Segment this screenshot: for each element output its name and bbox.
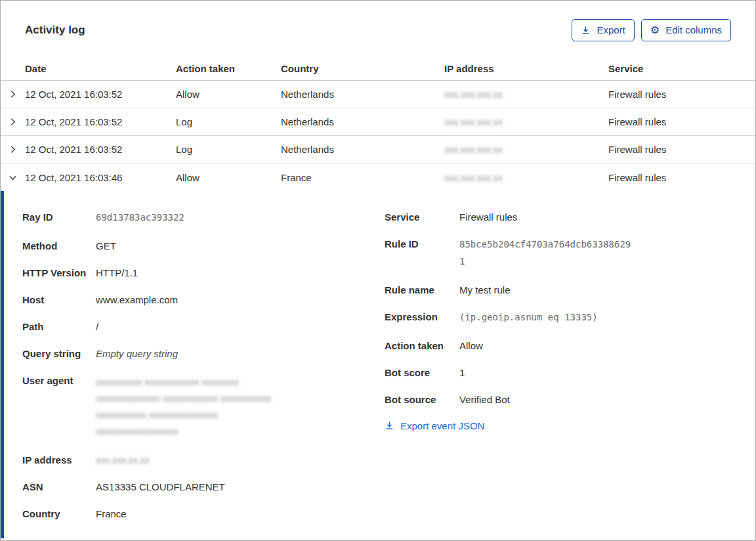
gear-icon: ⚙ [650,25,660,35]
detail-field-bot-source: Bot source Verified Bot [385,393,731,406]
field-label: Bot score [385,366,459,379]
export-event-json-link[interactable]: Export event JSON [385,420,484,431]
field-value: www.example.com [96,293,178,307]
download-icon [581,26,591,35]
expand-row-button[interactable] [7,143,19,156]
field-label: Query string [22,347,96,360]
field-label: Ray ID [22,211,96,226]
detail-field-path: Path / [22,320,366,334]
field-label: Host [22,293,96,307]
detail-field-action-taken: Action taken Allow [385,339,731,353]
field-value-redacted: xxx.xxx.xx.xx [96,454,150,467]
table-row[interactable]: 12 Oct, 2021 16:03:52 Log Netherlands xx… [1,108,755,136]
field-value-redacted: xxxxxxxxxx xxxxxxxxxxxx xxxxxxxx xxxxxxx… [96,374,271,440]
cell-date: 12 Oct, 2021 16:03:52 [25,116,176,127]
table-header: Date Action taken Country IP address Ser… [1,57,755,81]
cell-action-taken: Log [176,116,281,127]
page-title: Activity log [25,24,85,37]
detail-field-bot-score: Bot score 1 [385,366,731,379]
column-header-country: Country [281,63,444,74]
field-label: Method [22,240,96,253]
field-label: Action taken [385,339,459,353]
topbar: Activity log Export ⚙ Edit columns [1,1,755,57]
detail-field-rule-name: Rule name My test rule [385,284,731,297]
field-label: HTTP Version [22,267,96,280]
field-value: 1 [459,366,465,379]
cell-country: Netherlands [281,89,444,100]
field-value: GET [96,240,116,253]
cell-country: Netherlands [281,144,444,155]
field-value: Allow [459,339,483,353]
cell-ip-redacted: xxx.xxx.xxx.xx [444,172,608,183]
edit-columns-button[interactable]: ⚙ Edit columns [641,19,731,41]
download-icon [385,421,394,431]
chevron-right-icon [8,89,18,99]
cell-date: 12 Oct, 2021 16:03:46 [25,172,176,183]
detail-left-column: Ray ID 69d13783ac393322 Method GET HTTP … [22,211,366,534]
table-row[interactable]: 12 Oct, 2021 16:03:52 Log Netherlands xx… [1,136,755,163]
field-value: My test rule [459,284,511,297]
field-label: User agent [22,374,96,440]
detail-right-column: Service Firewall rules Rule ID 85bce5b20… [385,211,731,534]
field-value: (ip.geoip.asnum eq 13335) [459,309,598,326]
detail-field-method: Method GET [22,240,366,253]
detail-field-user-agent: User agent xxxxxxxxxx xxxxxxxxxxxx xxxxx… [22,374,366,440]
export-event-json-label: Export event JSON [400,420,484,431]
cell-service: Firewall rules [608,144,755,155]
field-label: Country [22,508,96,521]
column-header-action-taken: Action taken [176,63,281,74]
cell-country: Netherlands [281,116,444,127]
field-label: Expression [385,311,459,326]
chevron-right-icon [8,144,18,154]
cell-date: 12 Oct, 2021 16:03:52 [25,89,176,100]
field-value: Verified Bot [459,393,510,406]
field-value: Firewall rules [459,211,517,224]
detail-field-service: Service Firewall rules [385,211,731,224]
chevron-right-icon [8,117,18,127]
cell-service: Firewall rules [608,89,755,100]
cell-date: 12 Oct, 2021 16:03:52 [25,144,176,155]
cell-action-taken: Log [176,144,281,155]
field-value: / [96,320,98,334]
cell-action-taken: Allow [176,89,281,100]
detail-field-country: Country France [22,508,366,521]
event-detail-panel: Ray ID 69d13783ac393322 Method GET HTTP … [1,191,755,538]
cell-service: Firewall rules [608,116,755,127]
chevron-down-icon [8,173,18,183]
export-button-label: Export [597,24,625,36]
collapse-row-button[interactable] [7,171,19,184]
field-value: France [96,508,127,521]
activity-log-panel: Activity log Export ⚙ Edit columns Date … [0,0,756,541]
field-label: Service [385,211,459,224]
table-row-expanded[interactable]: 12 Oct, 2021 16:03:46 Allow France xxx.x… [1,163,755,191]
detail-field-ip-address: IP address xxx.xxx.xx.xx [22,454,366,467]
column-header-service: Service [608,63,755,74]
field-label: IP address [22,454,96,467]
edit-columns-button-label: Edit columns [665,24,722,36]
cell-ip-redacted: xxx.xxx.xxx.xx [444,89,608,100]
detail-field-host: Host www.example.com [22,293,366,307]
field-value: AS13335 CLOUDFLARENET [96,481,225,494]
table-row[interactable]: 12 Oct, 2021 16:03:52 Allow Netherlands … [1,81,755,108]
export-button[interactable]: Export [572,19,634,41]
detail-field-query-string: Query string Empty query string [22,347,366,360]
cell-service: Firewall rules [608,172,755,183]
field-label: Rule name [385,284,459,297]
detail-field-rule-id: Rule ID 85bce5b204cf4703a764dcb633886291 [385,238,731,270]
field-value: 85bce5b204cf4703a764dcb633886291 [459,236,634,270]
detail-field-expression: Expression (ip.geoip.asnum eq 13335) [385,311,731,326]
cell-country: France [281,172,444,183]
column-header-ip-address: IP address [444,63,608,74]
field-value: 69d13783ac393322 [96,209,184,226]
cell-action-taken: Allow [176,172,281,183]
field-label: Rule ID [385,238,459,270]
field-value: HTTP/1.1 [96,267,138,280]
cell-ip-redacted: xxx.xxx.xxx.xx [444,116,608,127]
expand-row-button[interactable] [7,116,19,128]
column-header-date: Date [25,63,176,74]
detail-field-ray-id: Ray ID 69d13783ac393322 [22,211,366,226]
expand-row-button[interactable] [7,88,19,100]
field-label: ASN [22,481,96,494]
field-label: Bot source [385,393,459,406]
detail-field-asn: ASN AS13335 CLOUDFLARENET [22,481,366,494]
